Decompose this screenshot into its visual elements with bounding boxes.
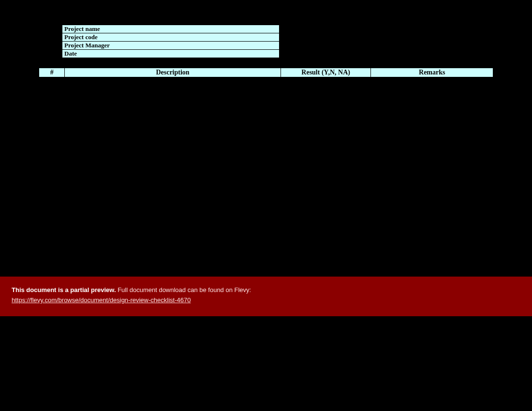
info-row-project-name: Project name xyxy=(62,25,280,33)
document-page: Project name Project code Project Manage… xyxy=(0,0,532,411)
checklist-header-desc: Description xyxy=(65,68,281,77)
info-label-date: Date xyxy=(62,50,280,58)
info-label-project-manager: Project Manager xyxy=(62,42,280,50)
info-row-date: Date xyxy=(62,50,280,58)
info-label-project-name: Project name xyxy=(62,25,280,33)
checklist-header-remarks: Remarks xyxy=(371,68,493,77)
preview-banner-link-row: https://flevy.com/browse/document/design… xyxy=(12,296,520,304)
info-label-project-code: Project code xyxy=(62,33,280,42)
info-row-project-manager: Project Manager xyxy=(62,42,280,50)
checklist-header-num: # xyxy=(39,68,65,77)
preview-banner-bold: This document is a partial preview. xyxy=(12,286,116,294)
preview-banner-link[interactable]: https://flevy.com/browse/document/design… xyxy=(12,296,191,304)
preview-banner: This document is a partial preview. Full… xyxy=(0,277,532,316)
preview-banner-rest: Full document download can be found on F… xyxy=(116,286,251,294)
preview-banner-text: This document is a partial preview. Full… xyxy=(12,286,520,294)
checklist-table: # Description Result (Y,N, NA) Remarks xyxy=(39,68,493,77)
project-info-table: Project name Project code Project Manage… xyxy=(62,25,280,58)
checklist-header-row: # Description Result (Y,N, NA) Remarks xyxy=(39,68,493,77)
checklist-header-result: Result (Y,N, NA) xyxy=(281,68,371,77)
info-row-project-code: Project code xyxy=(62,33,280,42)
